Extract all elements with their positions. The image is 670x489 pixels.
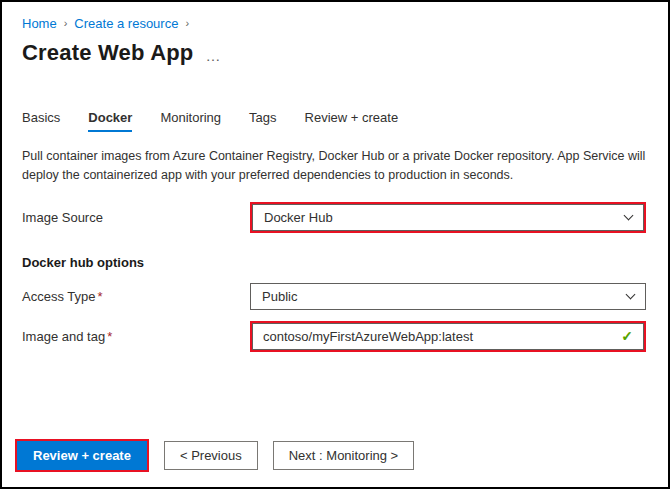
page-title: Create Web App (22, 40, 194, 66)
review-create-highlight-box: Review + create (15, 439, 149, 472)
access-type-label: Access Type* (22, 289, 250, 304)
chevron-right-icon: › (64, 18, 68, 29)
image-and-tag-highlight-box: ✓ (250, 321, 646, 352)
image-source-label: Image Source (22, 210, 250, 225)
access-type-selected-value: Public (262, 289, 297, 304)
chevron-down-icon (624, 210, 634, 220)
image-source-dropdown[interactable]: Docker Hub (252, 204, 644, 231)
more-commands-icon[interactable]: … (206, 44, 221, 63)
breadcrumb: Home › Create a resource › (22, 16, 646, 31)
breadcrumb-create-resource-link[interactable]: Create a resource (74, 16, 178, 31)
image-and-tag-label: Image and tag* (22, 329, 250, 344)
access-type-row: Access Type* Public (22, 283, 646, 310)
chevron-right-icon: › (185, 18, 189, 29)
previous-button[interactable]: < Previous (164, 441, 258, 470)
image-and-tag-field: ✓ (252, 323, 644, 350)
tab-monitoring[interactable]: Monitoring (160, 110, 221, 132)
docker-form: Image Source Docker Hub Docker hub optio… (22, 202, 646, 352)
required-asterisk: * (107, 329, 112, 344)
tab-docker[interactable]: Docker (88, 110, 132, 132)
breadcrumb-home-link[interactable]: Home (22, 16, 57, 31)
docker-tab-description: Pull container images from Azure Contain… (22, 147, 646, 185)
docker-hub-options-heading: Docker hub options (22, 255, 646, 270)
image-and-tag-input[interactable] (263, 329, 613, 344)
image-source-selected-value: Docker Hub (264, 210, 333, 225)
create-web-app-window: Home › Create a resource › Create Web Ap… (0, 0, 670, 489)
next-monitoring-button[interactable]: Next : Monitoring > (273, 441, 414, 470)
tab-tags[interactable]: Tags (249, 110, 276, 132)
image-and-tag-row: Image and tag* ✓ (22, 321, 646, 352)
tab-basics[interactable]: Basics (22, 110, 60, 132)
chevron-down-icon (626, 289, 636, 299)
required-asterisk: * (97, 289, 102, 304)
access-type-dropdown[interactable]: Public (250, 283, 646, 310)
validation-check-icon: ✓ (621, 328, 633, 344)
image-source-row: Image Source Docker Hub (22, 202, 646, 233)
tab-bar: Basics Docker Monitoring Tags Review + c… (22, 110, 646, 132)
review-create-button[interactable]: Review + create (17, 441, 147, 470)
tab-review-create[interactable]: Review + create (305, 110, 399, 132)
footer-action-bar: Review + create < Previous Next : Monito… (15, 439, 414, 472)
image-source-highlight-box: Docker Hub (250, 202, 646, 233)
